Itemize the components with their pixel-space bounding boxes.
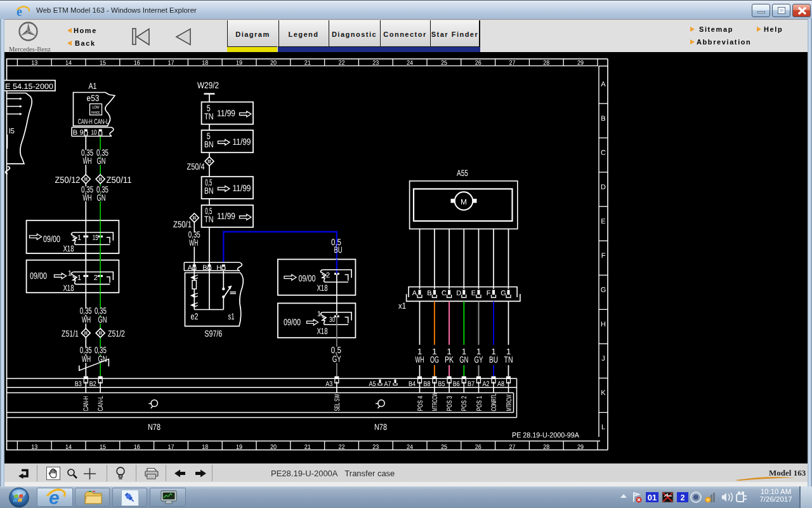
svg-text:9: 9 [79,129,83,137]
svg-text:B2: B2 [89,380,96,388]
svg-text:11/99: 11/99 [233,137,251,147]
svg-text:POS 1: POS 1 [476,396,483,411]
svg-text:09/00: 09/00 [43,234,60,244]
svg-text:27: 27 [509,444,516,451]
svg-text:15: 15 [100,444,106,451]
svg-text:PE 28.19-U-2000-99A: PE 28.19-U-2000-99A [512,432,579,439]
svg-text:2: 2 [94,274,98,282]
svg-text:19: 19 [236,60,242,67]
svg-text:MTRCW: MTRCW [506,394,513,411]
svg-text:D: D [601,184,606,191]
svg-text:B3: B3 [75,380,82,388]
svg-text:B: B [73,129,77,137]
svg-text:WH: WH [83,192,92,203]
svg-text:B8: B8 [423,380,430,388]
svg-text:2: 2 [681,493,685,502]
svg-text:11/99: 11/99 [217,108,235,118]
svg-text:GN: GN [97,192,106,203]
svg-text:29: 29 [577,444,584,451]
svg-text:21: 21 [304,60,311,67]
svg-text:26: 26 [475,60,481,67]
svg-text:17: 17 [168,60,174,67]
svg-text:A1: A1 [89,81,97,91]
svg-text:LOW: LOW [93,105,100,110]
svg-text:MTRCCW: MTRCCW [431,392,439,411]
svg-text:09/00: 09/00 [284,317,301,327]
svg-text:GN: GN [97,156,106,166]
svg-text:D: D [456,290,461,297]
svg-text:TN: TN [504,354,513,364]
svg-text:X18: X18 [317,326,328,336]
svg-text:21: 21 [304,444,311,451]
svg-text:F: F [601,252,606,260]
svg-text:N78: N78 [148,422,160,432]
svg-text:A55: A55 [457,168,468,178]
svg-text:BU: BU [489,354,498,364]
svg-text:Z51/2: Z51/2 [108,328,125,338]
svg-text:X18: X18 [63,244,74,253]
svg-text:G: G [601,286,606,294]
svg-text:B: B [601,115,605,123]
svg-text:A3: A3 [325,380,332,388]
svg-text:H: H [216,264,221,272]
svg-text:W29/2: W29/2 [197,80,219,90]
svg-text:14: 14 [65,60,72,67]
svg-text:30: 30 [329,316,335,324]
svg-text:BN: BN [204,185,214,196]
svg-text:28: 28 [543,444,549,451]
svg-text:C: C [442,290,447,297]
svg-text:16: 16 [134,60,140,67]
svg-text:POS 2: POS 2 [461,396,468,411]
svg-text:E: E [601,218,605,225]
svg-text:GN: GN [98,314,107,324]
svg-text:A: A [412,290,417,297]
svg-text:14: 14 [65,444,72,451]
svg-text:A5: A5 [369,380,376,388]
svg-text:Z50/1: Z50/1 [173,219,192,229]
svg-text:26: 26 [475,444,481,451]
svg-text:15: 15 [93,234,98,242]
svg-text:Z50/11: Z50/11 [107,175,132,185]
svg-text:X18: X18 [63,283,74,293]
svg-text:Z51/1: Z51/1 [62,328,79,338]
svg-text:TN: TN [204,214,214,224]
svg-text:RANGE: RANGE [91,110,100,115]
svg-text:J: J [601,355,605,363]
svg-text:09/00: 09/00 [30,271,47,281]
svg-text:28: 28 [543,60,549,67]
svg-text:BN: BN [204,139,214,149]
svg-text:POS 4: POS 4 [417,396,424,411]
svg-text:GN: GN [459,354,468,364]
svg-text:CAN-L: CAN-L [94,118,108,126]
svg-text:GY: GY [475,354,483,364]
svg-text:16: 16 [134,444,140,451]
svg-text:24: 24 [407,444,413,451]
svg-text:x1: x1 [398,301,406,311]
svg-text:POS 3: POS 3 [446,396,454,411]
svg-text:22: 22 [339,60,345,67]
svg-text:B: B [427,290,431,297]
svg-text:B5: B5 [438,380,445,388]
svg-text:29: 29 [577,60,584,67]
svg-text:CONRTL: CONRTL [490,394,498,411]
svg-text:17: 17 [168,444,174,451]
svg-text:K: K [601,389,606,397]
svg-text:09/00: 09/00 [299,273,316,283]
svg-text:27: 27 [509,60,516,67]
svg-text:25: 25 [441,444,447,451]
svg-text:WH: WH [82,354,91,364]
svg-text:18: 18 [202,60,208,67]
svg-text:A: A [601,81,606,88]
svg-text:22: 22 [339,444,345,451]
svg-text:E: E [471,290,476,297]
svg-text:L: L [601,424,605,431]
svg-text:X18: X18 [317,283,328,293]
svg-text:A7: A7 [384,380,391,388]
svg-text:OG: OG [430,354,439,364]
svg-text:s1: s1 [228,311,235,321]
svg-text:23: 23 [372,60,379,67]
svg-text:23: 23 [372,444,379,451]
svg-text:B4: B4 [409,380,416,388]
svg-text:CAN-H: CAN-H [82,396,90,411]
svg-text:Z50/4: Z50/4 [187,161,205,171]
